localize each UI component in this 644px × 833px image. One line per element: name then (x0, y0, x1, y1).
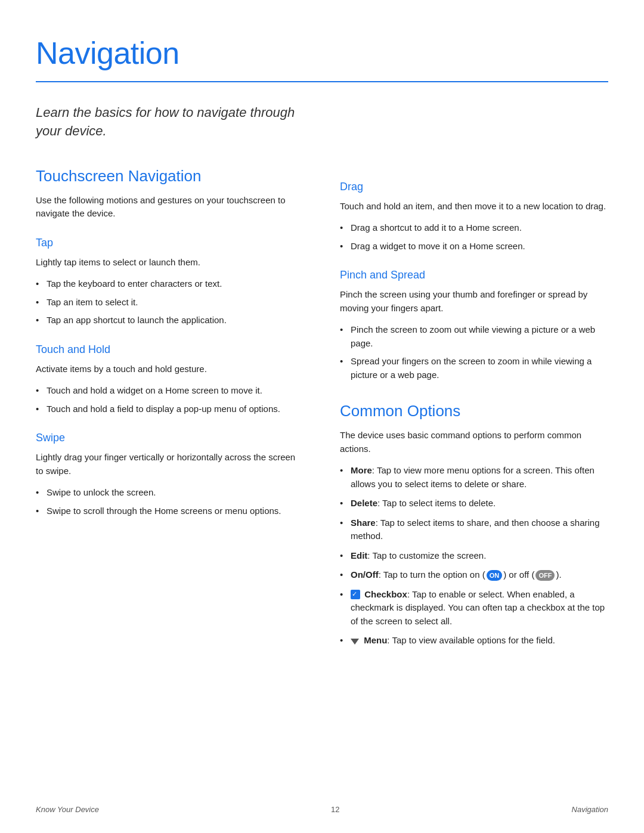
more-desc: : Tap to view more menu options for a sc… (351, 465, 595, 489)
onoff-desc3: ). (556, 569, 561, 580)
menu-desc: : Tap to view available options for the … (387, 635, 555, 645)
delete-term: Delete (351, 498, 377, 508)
drag-bullet-1: Drag a shortcut to add it to a Home scre… (340, 221, 608, 235)
on-badge: ON (487, 570, 503, 581)
common-options-body: The device uses basic command options to… (340, 429, 608, 456)
swipe-bullet-1: Swipe to unlock the screen. (36, 486, 304, 500)
swipe-bullets: Swipe to unlock the screen. Swipe to scr… (36, 486, 304, 518)
touchscreen-nav-body: Use the following motions and gestures o… (36, 194, 304, 221)
onoff-desc: : Tap to turn the option on ( (379, 569, 485, 580)
tap-bullet-3: Tap an app shortcut to launch the applic… (36, 314, 304, 327)
swipe-heading: Swipe (36, 430, 304, 446)
off-badge: OFF (535, 570, 555, 581)
tap-heading: Tap (36, 235, 304, 251)
touch-hold-bullet-1: Touch and hold a widget on a Home screen… (36, 384, 304, 398)
touch-hold-heading: Touch and Hold (36, 342, 304, 358)
swipe-bullet-2: Swipe to scroll through the Home screens… (36, 504, 304, 518)
pinch-spread-bullets: Pinch the screen to zoom out while viewi… (340, 323, 608, 382)
touch-hold-bullet-2: Touch and hold a field to display a pop-… (36, 402, 304, 416)
page-footer: Know Your Device 12 Navigation (36, 804, 608, 816)
right-column: Drag Touch and hold an item, and then mo… (340, 165, 608, 654)
checkbox-icon (351, 590, 360, 599)
pinch-spread-bullet-2: Spread your fingers on the screen to zoo… (340, 355, 608, 382)
footer-left: Know Your Device (36, 804, 99, 816)
common-more: More: Tap to view more menu options for … (340, 464, 608, 491)
tap-body: Lightly tap items to select or launch th… (36, 256, 304, 270)
pinch-spread-heading: Pinch and Spread (340, 267, 608, 283)
common-options-section: Common Options The device uses basic com… (340, 400, 608, 648)
common-menu: Menu: Tap to view available options for … (340, 634, 608, 648)
common-delete: Delete: Tap to select items to delete. (340, 497, 608, 510)
checkbox-term: Checkbox (364, 589, 407, 599)
drag-heading: Drag (340, 179, 608, 195)
touchscreen-nav-heading: Touchscreen Navigation (36, 165, 304, 188)
intro-text: Learn the basics for how to navigate thr… (36, 104, 298, 141)
touch-hold-body: Activate items by a touch and hold gestu… (36, 363, 304, 376)
drag-bullet-2: Drag a widget to move it on a Home scree… (340, 240, 608, 253)
share-term: Share (351, 518, 376, 528)
footer-center: 12 (331, 804, 339, 816)
edit-desc: : Tap to customize the screen. (367, 550, 486, 561)
left-column: Touchscreen Navigation Use the following… (36, 165, 304, 654)
onoff-desc2: ) or off ( (503, 569, 534, 580)
tap-bullet-2: Tap an item to select it. (36, 296, 304, 309)
common-share: Share: Tap to select items to share, and… (340, 516, 608, 543)
two-column-layout: Touchscreen Navigation Use the following… (36, 165, 608, 654)
pinch-spread-bullet-1: Pinch the screen to zoom out while viewi… (340, 323, 608, 350)
common-checkbox: Checkbox: Tap to enable or select. When … (340, 588, 608, 628)
title-rule (36, 81, 608, 82)
page-container: Navigation Learn the basics for how to n… (0, 0, 644, 833)
tap-bullet-1: Tap the keyboard to enter characters or … (36, 277, 304, 291)
drag-bullets: Drag a shortcut to add it to a Home scre… (340, 221, 608, 253)
common-options-heading: Common Options (340, 400, 608, 423)
touch-hold-bullets: Touch and hold a widget on a Home screen… (36, 384, 304, 416)
drag-body: Touch and hold an item, and then move it… (340, 200, 608, 213)
onoff-term: On/Off (351, 569, 379, 580)
common-edit: Edit: Tap to customize the screen. (340, 549, 608, 563)
swipe-body: Lightly drag your finger vertically or h… (36, 451, 304, 478)
menu-triangle-icon (351, 639, 359, 645)
tap-bullets: Tap the keyboard to enter characters or … (36, 277, 304, 327)
share-desc: : Tap to select items to share, and then… (351, 518, 600, 541)
common-onoff: On/Off: Tap to turn the option on (ON) o… (340, 568, 608, 582)
footer-right: Navigation (572, 804, 608, 816)
menu-term: Menu (364, 635, 387, 645)
pinch-spread-body: Pinch the screen using your thumb and fo… (340, 288, 608, 315)
more-term: More (351, 465, 372, 475)
edit-term: Edit (351, 550, 367, 561)
page-title: Navigation (36, 30, 608, 76)
delete-desc: : Tap to select items to delete. (377, 498, 496, 508)
common-options-list: More: Tap to view more menu options for … (340, 464, 608, 648)
